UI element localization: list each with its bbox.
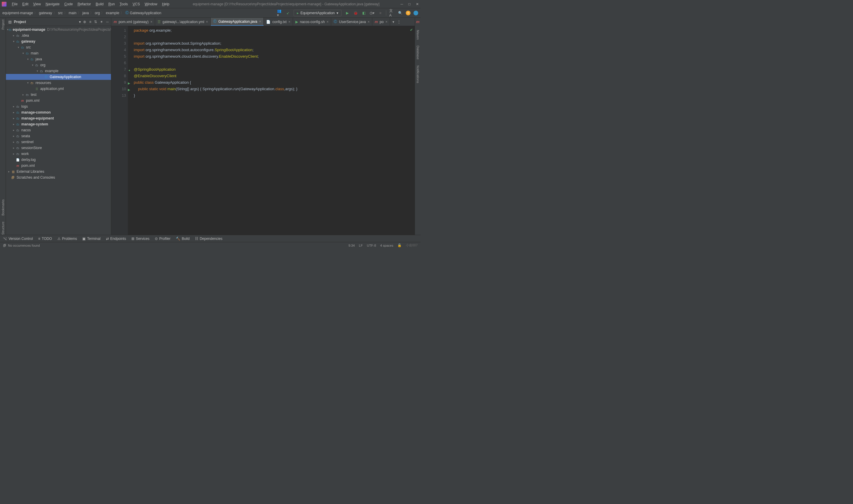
maximize-button[interactable]: □ <box>408 2 411 6</box>
collapse-icon[interactable]: ⇅ <box>94 20 97 24</box>
menu-vcs[interactable]: VCS <box>130 2 142 6</box>
tool-problems[interactable]: ⚠Problems <box>57 237 77 241</box>
tree-item-pom-xml[interactable]: mpom.xml <box>6 163 111 168</box>
vcs-update-icon[interactable]: ↙ <box>285 10 291 16</box>
stop-button[interactable]: ■ <box>378 10 383 16</box>
tree-item-application-yml[interactable]: ☰application.yml <box>6 86 111 92</box>
project-tree[interactable]: ▾🗀equipment-manageD:\YhcResource\myProje… <box>6 26 111 235</box>
minimize-button[interactable]: ─ <box>400 2 403 6</box>
crumb-org[interactable]: org <box>95 11 100 15</box>
tree-item-test[interactable]: ▸🗀test <box>6 92 111 97</box>
editor-code[interactable]: package org.example; import org.springfr… <box>128 26 415 235</box>
tab-gatewayapplication-java[interactable]: ⒸGatewayApplication.java× <box>211 18 264 26</box>
tree-item-seata[interactable]: ▸🗀seata <box>6 133 111 139</box>
tree-item-manage-equipment[interactable]: ▸🗀manage-equipment <box>6 115 111 121</box>
crumb-example[interactable]: example <box>106 11 119 15</box>
tree-item-logs[interactable]: ▸🗀logs <box>6 104 111 109</box>
project-view-icon[interactable]: ▤ <box>8 20 12 24</box>
expand-icon[interactable]: ≡ <box>89 20 91 24</box>
tree-item-gateway[interactable]: ▾🗀gateway <box>6 38 111 44</box>
rail-notifications[interactable]: Notifications <box>416 65 420 83</box>
notifications-icon[interactable]: + <box>406 11 411 15</box>
select-opened-icon[interactable]: ⊕ <box>83 20 86 24</box>
search-icon[interactable]: 🔍 <box>398 10 403 16</box>
tool-build[interactable]: 🔨Build <box>176 237 190 241</box>
tool-profiler[interactable]: ⊙Profiler <box>155 237 171 241</box>
tree-item-org[interactable]: ▾🗀org <box>6 62 111 68</box>
crumb-java[interactable]: java <box>82 11 89 15</box>
tab-config-txt[interactable]: 📄config.txt× <box>264 18 293 26</box>
tab-close-icon[interactable]: × <box>288 20 290 24</box>
tool-version-control[interactable]: ⌥Version Control <box>3 237 33 241</box>
tab-close-icon[interactable]: × <box>259 19 261 24</box>
tab-po[interactable]: mpo× <box>372 18 390 26</box>
menu-navigate[interactable]: Navigate <box>43 2 62 6</box>
tab-close-icon[interactable]: × <box>150 20 153 24</box>
tree-item-work[interactable]: ▸🗀work <box>6 151 111 157</box>
code-with-me-icon[interactable]: 👥▾ <box>277 10 282 16</box>
tabs-more[interactable]: ▾ ⋮ <box>390 18 403 26</box>
tree-item-src[interactable]: ▾🗀src <box>6 44 111 50</box>
menu-refactor[interactable]: Refactor <box>75 2 93 6</box>
tool-services[interactable]: ⊞Services <box>132 237 150 241</box>
tool-terminal[interactable]: ▣Terminal <box>82 237 100 241</box>
menu-window[interactable]: Window <box>142 2 160 6</box>
tree-item--idea[interactable]: ▸🗀.idea <box>6 33 111 38</box>
crumb-gatewayapplication[interactable]: GatewayApplication <box>130 11 161 15</box>
tab-nacos-config-sh[interactable]: ▶nacos-config.sh× <box>293 18 331 26</box>
indent-info[interactable]: 4 spaces <box>380 244 393 247</box>
profile-button[interactable]: ◷▾ <box>369 10 375 16</box>
tree-item-derby-log[interactable]: 📄derby.log <box>6 157 111 163</box>
caret-position[interactable]: 9:34 <box>348 244 354 247</box>
tool-dependencies[interactable]: ☷Dependencies <box>195 237 223 241</box>
tree-root[interactable]: ▾🗀equipment-manageD:\YhcResource\myProje… <box>6 26 111 33</box>
menu-help[interactable]: Help <box>159 2 172 6</box>
tool-endpoints[interactable]: ⇄Endpoints <box>106 237 126 241</box>
status-icon[interactable]: 🗐 <box>3 244 6 247</box>
crumb-equipment-manage[interactable]: equipment-manage <box>2 11 33 15</box>
hide-icon[interactable]: ─ <box>106 20 109 24</box>
tree-item-pom-xml[interactable]: mpom.xml <box>6 97 111 104</box>
menu-tools[interactable]: Tools <box>117 2 130 6</box>
tree-item-nacos[interactable]: ▸🗀nacos <box>6 127 111 133</box>
readonly-lock-icon[interactable]: 🔓 <box>398 244 402 247</box>
tree-item-java[interactable]: ▾🗀java <box>6 56 111 62</box>
tool-todo[interactable]: ≡TODO <box>38 237 52 241</box>
tab-close-icon[interactable]: × <box>206 20 208 24</box>
tab-gateway-application-yml[interactable]: ☰gateway\...\application.yml× <box>155 18 211 26</box>
tree-item-sentinel[interactable]: ▸🗀sentinel <box>6 139 111 145</box>
crumb-gateway[interactable]: gateway <box>39 11 52 15</box>
menu-file[interactable]: File <box>10 2 20 6</box>
inspection-ok-icon[interactable]: ✔ <box>410 28 413 32</box>
panel-title[interactable]: Project <box>14 20 77 24</box>
menu-code[interactable]: Code <box>62 2 75 6</box>
assist-icon[interactable] <box>414 11 418 15</box>
rail-bookmarks[interactable]: Bookmarks <box>1 199 5 216</box>
tree-item-resources[interactable]: ▾🗀resources <box>6 80 111 86</box>
tab-close-icon[interactable]: × <box>368 20 370 24</box>
menu-edit[interactable]: Edit <box>20 2 31 6</box>
maven-icon[interactable]: m <box>416 19 420 24</box>
settings-icon[interactable]: ✶ <box>100 20 103 24</box>
debug-button[interactable]: 🐞 <box>353 10 358 16</box>
tree-item-sessionstore[interactable]: ▸🗀sessionStore <box>6 145 111 151</box>
tab-close-icon[interactable]: × <box>327 20 329 24</box>
tree-item-manage-common[interactable]: ▸🗀manage-common <box>6 109 111 115</box>
menu-build[interactable]: Build <box>93 2 106 6</box>
translate-icon[interactable]: 文A <box>389 10 395 16</box>
tree-item-example[interactable]: ▾🗀example <box>6 68 111 74</box>
coverage-button[interactable]: ◧ <box>361 10 366 16</box>
run-button[interactable]: ▶ <box>345 10 350 16</box>
tree-scratches[interactable]: 🗐Scratches and Consoles <box>6 175 111 180</box>
close-button[interactable]: ✕ <box>416 2 419 6</box>
tree-item-main[interactable]: ▾🗀main <box>6 50 111 56</box>
tab-pom-xml-gateway-[interactable]: mpom.xml (gateway)× <box>111 18 155 26</box>
rail-database[interactable]: Database <box>416 46 420 59</box>
rail-maven[interactable]: Maven <box>416 30 420 40</box>
rail-structure[interactable]: Structure <box>1 221 5 235</box>
tab-close-icon[interactable]: × <box>385 20 387 24</box>
tree-external-libraries[interactable]: ▸▥External Libraries <box>6 168 111 175</box>
menu-view[interactable]: View <box>31 2 43 6</box>
tab-userservice-java[interactable]: ⒸUserService.java× <box>331 18 372 26</box>
line-separator[interactable]: LF <box>359 244 363 247</box>
